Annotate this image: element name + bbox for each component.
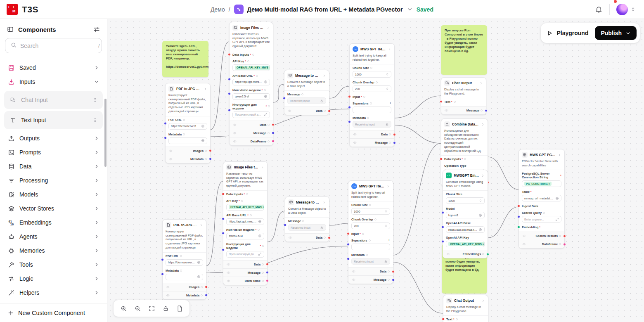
sidebar-item-saved[interactable]: Saved bbox=[4, 61, 103, 75]
sidebar-item-processing[interactable]: Processing bbox=[4, 173, 103, 187]
node-header[interactable]: Image Files to Text (пре... bbox=[223, 162, 267, 172]
node-header[interactable]: Combine Data Custom bbox=[441, 119, 488, 129]
input-handle-blue[interactable] bbox=[348, 106, 351, 109]
инструкция-для-модели-input[interactable]: Проанализируй данное изобр... bbox=[232, 111, 270, 118]
output-handle-blue[interactable] bbox=[266, 271, 269, 274]
api-key-input[interactable]: OPENAI_API_KEY_MWS × bbox=[232, 64, 270, 71]
eye-icon[interactable] bbox=[446, 252, 450, 256]
metadata-input[interactable]: Receiving input bbox=[353, 121, 391, 128]
stepper-icon[interactable] bbox=[386, 73, 389, 76]
output-metadata[interactable]: Metadata bbox=[163, 291, 206, 299]
chevron-down-icon[interactable] bbox=[94, 79, 99, 85]
field-table[interactable]: Table*mmrag_url_metadata4848 bbox=[519, 188, 564, 203]
sticky-note-url[interactable]: Укажите здесь URL, откуда нужно скачать … bbox=[162, 41, 208, 77]
field-data-inputs[interactable]: Data Inputs* bbox=[230, 51, 273, 58]
output-dataframe[interactable]: DataFrame bbox=[519, 240, 564, 248]
sidebar-item-outputs[interactable]: Outputs bbox=[4, 131, 103, 145]
node-header[interactable]: MWS GPT Recursive ... bbox=[350, 44, 394, 54]
avatar[interactable] bbox=[616, 4, 628, 15]
pdf-url-input[interactable]: https://demoserver1.gpt.mws.ru/d... bbox=[166, 259, 203, 266]
field-openai-api-base[interactable]: OpenAI API Basehttps://api.gpt.mws.ru/v1 bbox=[443, 220, 488, 234]
chevron-right-icon[interactable] bbox=[94, 234, 99, 239]
input-handle-blue[interactable] bbox=[347, 257, 350, 260]
output-dataframe[interactable]: DataFrame bbox=[230, 137, 273, 145]
chevron-right-icon[interactable] bbox=[94, 163, 99, 169]
sidebar-item-tools[interactable]: Tools bbox=[4, 258, 103, 272]
sidebar-item-inputs[interactable]: Inputs bbox=[4, 75, 103, 89]
sidebar-item-embeddings[interactable]: 0110Embeddings bbox=[4, 215, 103, 230]
search-box[interactable]: / bbox=[5, 38, 102, 53]
field-metadata[interactable]: MetadataReceiving input bbox=[348, 251, 393, 266]
playground-button[interactable]: Playground bbox=[547, 30, 588, 36]
chevron-right-icon[interactable] bbox=[94, 290, 99, 296]
output-data[interactable]: Data bbox=[284, 107, 329, 115]
chevron-right-icon[interactable] bbox=[94, 65, 99, 71]
sidebar-item-vector-stores[interactable]: Vector Stores bbox=[4, 201, 103, 215]
new-custom-component-button[interactable]: New Custom Component bbox=[0, 303, 107, 322]
field-metadata[interactable]: MetadataReceiving input bbox=[350, 114, 394, 129]
sidebar-item-memories[interactable]: Memories bbox=[4, 244, 103, 258]
input-handle-blue[interactable] bbox=[348, 120, 351, 123]
separators-input[interactable] bbox=[351, 244, 390, 250]
eye-icon[interactable] bbox=[352, 270, 355, 273]
eye-icon[interactable] bbox=[352, 278, 355, 282]
eye-icon[interactable] bbox=[233, 131, 237, 135]
input-handle-blue[interactable] bbox=[347, 243, 350, 246]
output-message[interactable]: Message bbox=[348, 276, 393, 284]
input-handle-red[interactable] bbox=[442, 318, 445, 321]
expand-icon[interactable] bbox=[264, 113, 268, 116]
input-handle-blue[interactable] bbox=[517, 215, 520, 218]
node-header[interactable]: Message to Data bbox=[285, 197, 329, 207]
globe-icon[interactable] bbox=[197, 275, 201, 279]
output-handle-red[interactable] bbox=[392, 270, 395, 273]
имя-vision-модели-input[interactable]: qwen2.5-vl bbox=[226, 233, 264, 239]
chevron-right-icon[interactable] bbox=[199, 223, 203, 227]
output-data[interactable]: Data bbox=[285, 234, 329, 242]
node-splitter-2[interactable]: MWS GPT Recursive ...Split text trying t… bbox=[348, 180, 393, 284]
chevron-down-icon[interactable] bbox=[407, 6, 413, 12]
chevron-right-icon[interactable] bbox=[266, 26, 270, 30]
field-api-base-url[interactable]: API Base URL*https://api.gpt.mws.ru/v1 bbox=[230, 72, 273, 87]
output-handle-red[interactable] bbox=[272, 123, 275, 126]
chevron-right-icon[interactable] bbox=[322, 74, 326, 78]
node-msg-to-data-2[interactable]: Message to DataConvert a Message object … bbox=[285, 197, 329, 242]
input-handle-red[interactable] bbox=[348, 95, 351, 98]
input-handle-red[interactable] bbox=[222, 192, 225, 195]
output-data[interactable]: Data bbox=[223, 260, 267, 269]
openai-api-key-input[interactable]: OPENAI_API_KEY_MWS × bbox=[446, 241, 485, 247]
input-handle-red[interactable] bbox=[347, 232, 350, 235]
node-chat-output-1[interactable]: Chat OutputDisplay a chat message in the… bbox=[441, 77, 486, 115]
node-header[interactable]: PDF to JPG Converter bbox=[166, 83, 210, 93]
field-separators[interactable]: Separators+ bbox=[348, 237, 393, 251]
node-splitter-1[interactable]: MWS GPT Recursive ...Split text trying t… bbox=[349, 43, 395, 147]
output-handle-red[interactable] bbox=[328, 236, 331, 239]
field-chunk-size[interactable]: Chunk Size1000 bbox=[443, 191, 488, 205]
message-input[interactable]: Receiving input bbox=[287, 97, 326, 104]
eye-icon[interactable] bbox=[166, 285, 170, 289]
openai-api-base-input[interactable]: https://api.gpt.mws.ru/v1 bbox=[446, 226, 485, 233]
field-имя-vision-модели[interactable]: Имя vision модели*qwen2.5-vl bbox=[223, 226, 267, 241]
component-item-text-input[interactable]: Text Input bbox=[4, 111, 103, 129]
chevron-right-icon[interactable] bbox=[481, 123, 485, 126]
field-инструкция-для-модели[interactable]: Инструкция для модели*Проанализируй данн… bbox=[223, 241, 267, 259]
field-chunk-overlap[interactable]: Chunk Overlap200 bbox=[350, 79, 394, 93]
sidebar-item-logic[interactable]: Logic bbox=[4, 272, 103, 286]
input-handle-green[interactable] bbox=[517, 226, 520, 229]
plus-icon[interactable]: + bbox=[388, 239, 390, 242]
field-инструкция-для-модели[interactable]: Инструкция для модели*Проанализируй данн… bbox=[230, 101, 273, 119]
output-metadata[interactable]: Metadata bbox=[166, 155, 210, 163]
field-model[interactable]: Modelbge-m3 bbox=[443, 205, 488, 220]
field-chunk-overlap[interactable]: Chunk Overlap200 bbox=[348, 216, 393, 230]
globe-icon[interactable] bbox=[264, 80, 268, 84]
sidebar-scrollbar[interactable] bbox=[104, 99, 107, 167]
breadcrumb-root[interactable]: Демо bbox=[211, 6, 225, 13]
flow-title[interactable]: Демо Multi-modal RAG from URL + Metadata… bbox=[247, 6, 403, 13]
node-embeddings[interactable]: MWSGPT EmbeddingsGenerate embeddings usi… bbox=[443, 170, 488, 258]
field-separators[interactable]: Separators+ bbox=[350, 100, 394, 114]
field-ingest-data[interactable]: Ingest Data bbox=[519, 203, 564, 209]
output-message[interactable]: Message bbox=[441, 107, 486, 114]
chevron-right-icon[interactable] bbox=[260, 166, 264, 169]
globe-icon[interactable] bbox=[478, 228, 482, 232]
output-data[interactable]: Data bbox=[348, 268, 393, 276]
input-handle-blue[interactable] bbox=[441, 211, 444, 214]
